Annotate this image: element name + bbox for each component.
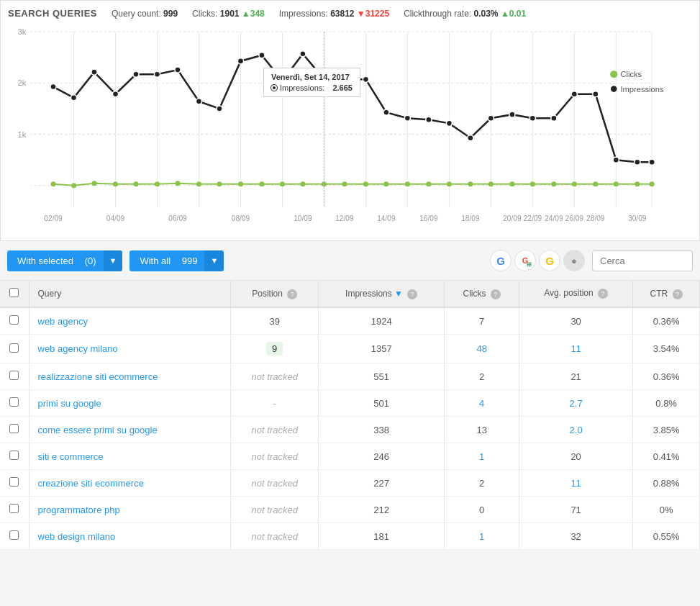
clicks-header[interactable]: Clicks ? xyxy=(445,281,519,307)
avg-position-cell-6: 11 xyxy=(519,470,633,497)
google-icon-1[interactable]: G xyxy=(490,250,512,271)
svg-point-63 xyxy=(280,181,285,186)
impressions-cell-0: 1924 xyxy=(319,307,445,335)
query-link-8[interactable]: web design milano xyxy=(38,531,116,542)
row-checkbox-8[interactable] xyxy=(9,530,19,540)
with-selected-button[interactable]: With selected (0) xyxy=(7,250,106,271)
clicks-cell-5: 1 xyxy=(445,443,519,470)
row-checkbox-5[interactable] xyxy=(9,451,19,460)
row-checkbox-cell[interactable] xyxy=(0,390,29,417)
with-all-dropdown-arrow[interactable]: ▼ xyxy=(204,250,224,271)
svg-text:16/09: 16/09 xyxy=(419,214,438,222)
with-selected-dropdown-arrow[interactable]: ▼ xyxy=(104,250,123,271)
query-link-1[interactable]: web agency milano xyxy=(38,343,118,354)
row-checkbox-6[interactable] xyxy=(9,477,19,487)
svg-point-71 xyxy=(447,181,452,186)
more-options-icon[interactable]: ● xyxy=(563,250,585,271)
query-cell-0[interactable]: web agency xyxy=(29,307,231,335)
query-link-4[interactable]: come essere primi su google xyxy=(38,425,158,435)
position-cell-6: not tracked xyxy=(231,470,319,497)
impressions-info-icon[interactable]: ? xyxy=(407,289,417,299)
google-icon-3[interactable]: G xyxy=(539,250,560,271)
row-checkbox-cell[interactable] xyxy=(0,335,29,363)
svg-point-27 xyxy=(154,71,160,77)
google-icon-2[interactable]: G⊞ xyxy=(514,250,536,271)
svg-point-36 xyxy=(342,76,347,82)
row-checkbox-cell[interactable] xyxy=(0,307,29,335)
query-cell-3[interactable]: primi su google xyxy=(29,390,231,417)
row-checkbox-0[interactable] xyxy=(9,315,19,325)
svg-point-67 xyxy=(363,181,368,186)
query-link-7[interactable]: programmatore php xyxy=(38,505,120,515)
query-cell-6[interactable]: creazione siti ecommerce xyxy=(29,470,231,497)
search-input[interactable] xyxy=(592,250,693,271)
position-info-icon[interactable]: ? xyxy=(287,289,297,299)
query-cell-8[interactable]: web design milano xyxy=(29,523,231,550)
svg-point-40 xyxy=(426,117,432,122)
avg-position-info-icon[interactable]: ? xyxy=(598,289,608,299)
ctr-cell-6: 0.88% xyxy=(633,470,700,497)
row-checkbox-1[interactable] xyxy=(9,343,19,353)
ctr-stat: Clickthrough rate: 0.03% ▲0.01 xyxy=(404,9,526,19)
avg-position-cell-5: 20 xyxy=(519,443,633,470)
avg-position-cell-2: 21 xyxy=(519,363,633,390)
query-cell-4[interactable]: come essere primi su google xyxy=(29,417,231,443)
select-all-checkbox[interactable] xyxy=(9,288,19,297)
with-all-button[interactable]: With all 999 xyxy=(129,250,207,271)
svg-text:14/09: 14/09 xyxy=(377,214,396,222)
svg-point-77 xyxy=(572,181,577,186)
clicks-cell-3: 4 xyxy=(445,390,519,417)
row-checkbox-3[interactable] xyxy=(9,397,19,407)
row-checkbox-cell[interactable] xyxy=(0,443,29,470)
svg-point-31 xyxy=(237,58,243,64)
row-checkbox-cell[interactable] xyxy=(0,417,29,443)
row-checkbox-2[interactable] xyxy=(9,371,19,380)
svg-point-23 xyxy=(71,95,76,101)
svg-point-28 xyxy=(175,67,181,73)
svg-point-56 xyxy=(133,181,138,186)
svg-point-30 xyxy=(217,106,222,112)
position-not-tracked: not tracked xyxy=(252,371,298,382)
select-all-header[interactable] xyxy=(0,281,29,307)
impressions-header[interactable]: Impressions ▼ ? xyxy=(319,281,445,307)
ctr-info-icon[interactable]: ? xyxy=(673,289,683,299)
svg-text:Impressions: Impressions xyxy=(620,85,664,94)
impressions-sort-icon[interactable]: ▼ xyxy=(394,289,403,299)
query-link-2[interactable]: realizzazione siti ecommerce xyxy=(38,371,158,382)
ctr-header[interactable]: CTR ? xyxy=(633,281,700,307)
data-table: Query Position ? Impressions ▼ ? Clicks … xyxy=(0,281,700,550)
row-checkbox-4[interactable] xyxy=(9,424,19,433)
position-cell-2: not tracked xyxy=(231,363,319,390)
query-link-0[interactable]: web agency xyxy=(38,316,88,327)
row-checkbox-7[interactable] xyxy=(9,504,19,513)
row-checkbox-cell[interactable] xyxy=(0,363,29,390)
svg-point-47 xyxy=(571,91,577,97)
query-link-6[interactable]: creazione siti ecommerce xyxy=(38,478,144,489)
svg-point-33 xyxy=(279,78,285,83)
svg-text:26/09: 26/09 xyxy=(565,214,584,222)
clicks-cell-6: 2 xyxy=(445,470,519,497)
svg-point-54 xyxy=(91,181,96,186)
query-header: Query xyxy=(29,281,231,307)
position-cell-5: not tracked xyxy=(231,443,319,470)
avg-position-cell-7: 71 xyxy=(519,497,633,523)
query-cell-2[interactable]: realizzazione siti ecommerce xyxy=(29,363,231,390)
query-cell-5[interactable]: siti e commerce xyxy=(29,443,231,470)
query-cell-7[interactable]: programmatore php xyxy=(29,497,231,523)
svg-point-29 xyxy=(196,99,201,104)
ctr-cell-8: 0.55% xyxy=(633,523,700,550)
svg-point-24 xyxy=(91,69,97,75)
svg-point-34 xyxy=(300,51,306,57)
avg-position-header[interactable]: Avg. position ? xyxy=(519,281,633,307)
row-checkbox-cell[interactable] xyxy=(0,470,29,497)
row-checkbox-cell[interactable] xyxy=(0,497,29,523)
query-cell-1[interactable]: web agency milano xyxy=(29,335,231,363)
query-link-5[interactable]: siti e commerce xyxy=(38,451,104,462)
clicks-cell-0: 7 xyxy=(445,307,519,335)
svg-point-58 xyxy=(175,181,180,186)
position-header[interactable]: Position ? xyxy=(231,281,319,307)
position-cell-7: not tracked xyxy=(231,497,319,523)
query-link-3[interactable]: primi su google xyxy=(38,398,101,409)
row-checkbox-cell[interactable] xyxy=(0,523,29,550)
clicks-info-icon[interactable]: ? xyxy=(491,289,501,299)
